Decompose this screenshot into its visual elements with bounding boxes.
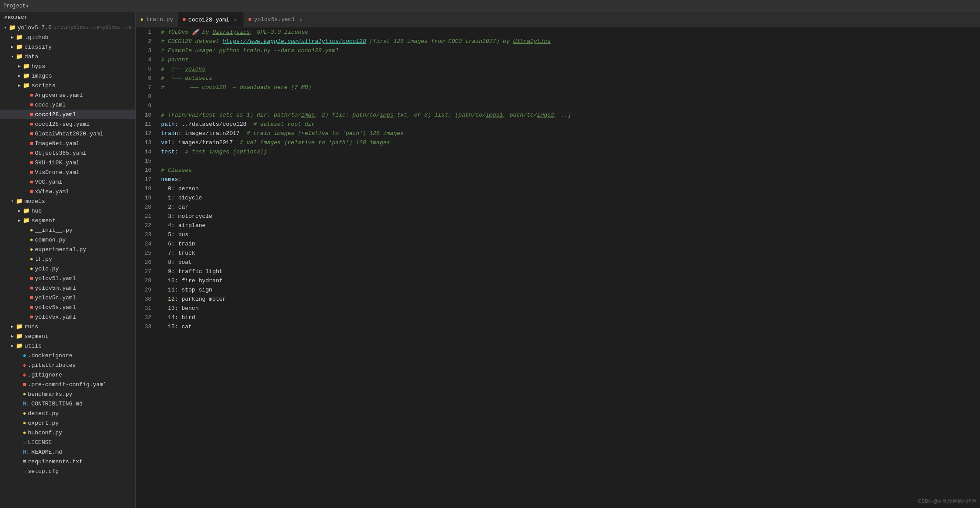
sidebar-item-license[interactable]: ▶ ≡ LICENSE — [0, 437, 135, 447]
code-content[interactable]: # YOLOv5 🚀 by Ultralytics, GPL-3.0 licen… — [158, 28, 980, 508]
sidebar-item-voc[interactable]: ▶ ■ VOC.yaml — [0, 177, 135, 187]
line-number: 27 — [145, 267, 152, 276]
sidebar-item-coco-yaml[interactable]: ▶ ■ coco.yaml — [0, 100, 135, 110]
tab-coco128-yaml[interactable]: ■ coco128.yaml ✕ — [178, 12, 244, 27]
project-label[interactable]: Project — [4, 3, 25, 9]
py-icon: ● — [23, 430, 26, 436]
sidebar-item-images[interactable]: ▶ 📁 images — [0, 71, 135, 81]
sidebar-item-hyps[interactable]: ▶ 📁 hyps — [0, 61, 135, 71]
sidebar-item-objects365[interactable]: ▶ ■ Objects365.yaml — [0, 148, 135, 158]
code-line: # YOLOv5 🚀 by Ultralytics, GPL-3.0 licen… — [161, 28, 976, 37]
sidebar-item-github[interactable]: ▶ 📁 .github — [0, 32, 135, 42]
code-line: 1: bicycle — [161, 193, 976, 202]
sidebar-item-common-py[interactable]: ▶ ● common.py — [0, 235, 135, 245]
code-line — [161, 156, 976, 166]
yaml-icon: ■ — [30, 275, 33, 282]
arrow-icon: ▾ — [2, 25, 9, 30]
sidebar-item-gitattributes[interactable]: ▶ ◆ .gitattributes — [0, 360, 135, 370]
sidebar: Project ▾ 📁 yolov5-7.0 C:\AI\yolov5-7.0\… — [0, 12, 136, 508]
sidebar-item-yolo-py[interactable]: ▶ ● yolo.py — [0, 264, 135, 274]
item-label: requirements.txt — [28, 458, 83, 465]
item-label: GlobalWheat2020.yaml — [35, 131, 103, 137]
tab-close-button[interactable]: ✕ — [232, 16, 239, 23]
sidebar-item-classify[interactable]: ▶ 📁 classify — [0, 42, 135, 52]
tab-train-py[interactable]: ● train.py — [136, 12, 178, 27]
tab-yaml-icon: ■ — [248, 17, 251, 23]
sidebar-item-globalwheat[interactable]: ▶ ■ GlobalWheat2020.yaml — [0, 129, 135, 139]
sidebar-item-hub[interactable]: ▶ 📁 hub — [0, 206, 135, 216]
main-layout: Project ▾ 📁 yolov5-7.0 C:\AI\yolov5-7.0\… — [0, 12, 980, 508]
sidebar-item-gitignore[interactable]: ▶ ◆ .gitignore — [0, 370, 135, 380]
sidebar-item-argoverse[interactable]: ▶ ■ Argoverse.yaml — [0, 90, 135, 100]
item-label: coco128-seg.yaml — [35, 121, 90, 128]
sidebar-item-export[interactable]: ▶ ● export.py — [0, 418, 135, 428]
yaml-icon: ■ — [30, 285, 33, 291]
line-number: 29 — [145, 285, 152, 295]
sidebar-item-segment-root[interactable]: ▶ 📁 segment — [0, 331, 135, 341]
sidebar-item-segment-models[interactable]: ▶ 📁 segment — [0, 216, 135, 225]
folder-icon: 📁 — [16, 34, 23, 41]
yaml-icon: ■ — [30, 188, 33, 195]
sidebar-item-yolov5s-yaml[interactable]: ▶ ■ yolov5s.yaml — [0, 302, 135, 312]
sidebar-item-sku110k[interactable]: ▶ ■ SKU-110K.yaml — [0, 158, 135, 167]
sidebar-item-data[interactable]: ▾ 📁 data — [0, 52, 135, 61]
code-line: train: images/train2017 # train images (… — [161, 129, 976, 138]
yaml-icon: ■ — [30, 150, 33, 156]
sidebar-item-experimental-py[interactable]: ▶ ● experimental.py — [0, 245, 135, 254]
sidebar-item-imagenet[interactable]: ▶ ■ ImageNet.yaml — [0, 139, 135, 148]
sidebar-item-hubconf[interactable]: ▶ ● hubconf.py — [0, 428, 135, 437]
sidebar-item-tf-py[interactable]: ▶ ● tf.py — [0, 254, 135, 264]
item-label: coco128.yaml — [35, 111, 76, 118]
item-label: yolov5n.yaml — [35, 295, 76, 301]
code-line: 11: stop sign — [161, 285, 976, 295]
tab-yaml-icon: ■ — [183, 17, 186, 23]
line-number: 18 — [145, 184, 152, 193]
sidebar-item-dockerignore[interactable]: ▶ ◆ .dockerignore — [0, 351, 135, 360]
sidebar-item-coco128-yaml[interactable]: ▶ ■ coco128.yaml — [0, 110, 135, 119]
item-label: CONTRIBUTING.md — [32, 401, 83, 407]
line-number: 10 — [145, 110, 152, 120]
sidebar-item-setup[interactable]: ▶ ≡ setup.cfg — [0, 466, 135, 476]
yaml-icon: ■ — [30, 121, 33, 128]
line-number: 8 — [145, 92, 152, 101]
line-number: 28 — [145, 276, 152, 285]
sidebar-item-xview[interactable]: ▶ ■ xView.yaml — [0, 187, 135, 196]
sidebar-item-root[interactable]: ▾ 📁 yolov5-7.0 C:\AI\yolov5-7.0\yolov5-7… — [0, 23, 135, 32]
editor-content[interactable]: 1234567891011121314151617181920212223242… — [136, 28, 980, 508]
sidebar-item-contributing[interactable]: ▶ M↓ CONTRIBUTING.md — [0, 399, 135, 409]
code-line: val: images/train2017 # val images (rela… — [161, 138, 976, 147]
sidebar-item-yolov5l-yaml[interactable]: ▶ ■ yolov5l.yaml — [0, 274, 135, 283]
sidebar-item-init-py[interactable]: ▶ ● __init__.py — [0, 225, 135, 235]
sidebar-item-yolov5m-yaml[interactable]: ▶ ■ yolov5m.yaml — [0, 283, 135, 293]
yaml-icon: ■ — [23, 381, 26, 388]
sidebar-item-utils[interactable]: ▶ 📁 utils — [0, 341, 135, 351]
item-label: utils — [25, 343, 42, 349]
sidebar-item-readme[interactable]: ▶ M↓ README.md — [0, 447, 135, 457]
code-line: # Classes — [161, 166, 976, 175]
root-path: C:\AI\yolov5-7.0\yolov5-7.0 — [53, 25, 131, 30]
arrow-icon: ▶ — [16, 64, 23, 69]
sidebar-item-yolov5n-yaml[interactable]: ▶ ■ yolov5n.yaml — [0, 293, 135, 302]
sidebar-item-scripts[interactable]: ▶ 📁 scripts — [0, 81, 135, 90]
item-label: coco.yaml — [35, 102, 66, 108]
sidebar-item-yolov5x-yaml[interactable]: ▶ ■ yolov5x.yaml — [0, 312, 135, 322]
arrow-icon: ▶ — [9, 334, 16, 339]
sidebar-item-benchmarks[interactable]: ▶ ● benchmarks.py — [0, 389, 135, 399]
project-dropdown[interactable]: ▾ — [25, 3, 28, 10]
tab-yolov5s-yaml[interactable]: ■ yolov5s.yaml ✕ — [244, 12, 309, 27]
line-number: 2 — [145, 37, 152, 46]
sidebar-item-models[interactable]: ▾ 📁 models — [0, 196, 135, 206]
md-icon: M↓ — [23, 449, 30, 455]
sidebar-item-precommit[interactable]: ▶ ■ .pre-commit-config.yaml — [0, 380, 135, 389]
item-label: .gitattributes — [28, 362, 76, 369]
sidebar-item-requirements[interactable]: ▶ ≡ requirements.txt — [0, 457, 135, 466]
item-label: benchmarks.py — [28, 391, 72, 398]
yaml-icon: ■ — [30, 131, 33, 137]
sidebar-item-visdrone[interactable]: ▶ ■ VisDrone.yaml — [0, 167, 135, 177]
sidebar-item-coco128seg-yaml[interactable]: ▶ ■ coco128-seg.yaml — [0, 119, 135, 129]
folder-icon: 📁 — [23, 217, 30, 224]
yaml-icon: ■ — [30, 169, 33, 176]
tab-close-button[interactable]: ✕ — [297, 16, 304, 23]
sidebar-item-detect[interactable]: ▶ ● detect.py — [0, 409, 135, 418]
sidebar-item-runs[interactable]: ▶ 📁 runs — [0, 322, 135, 331]
